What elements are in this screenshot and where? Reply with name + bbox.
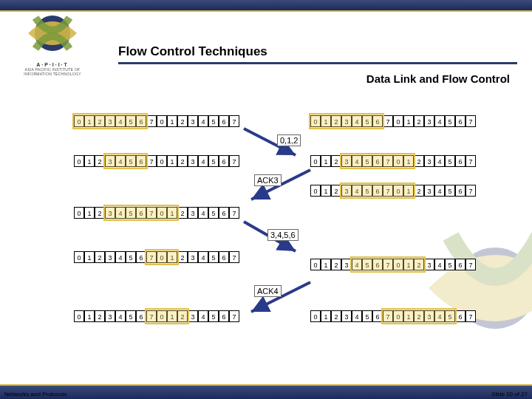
seq-cell: 0 [157, 155, 167, 167]
sender-window-5 [145, 308, 189, 324]
seq-cell: 2 [331, 259, 341, 270]
receiver-window-2b [340, 183, 415, 199]
sender-window-1 [72, 113, 148, 129]
seq-cell: 5 [445, 155, 455, 167]
seq-cell: 1 [403, 115, 414, 127]
label-send-012: 0,1,2 [277, 134, 301, 146]
seq-cell: 7 [229, 155, 239, 167]
seq-cell: 3 [188, 155, 198, 167]
seq-cell: 7 [229, 115, 239, 127]
seq-cell: 6 [455, 155, 466, 167]
seq-cell: 7 [383, 115, 393, 127]
seq-cell: 7 [146, 155, 157, 167]
seq-cell: 2 [414, 115, 424, 127]
seq-cell: 5 [362, 310, 372, 322]
seq-cell: 1 [167, 155, 177, 167]
title-underline [118, 62, 517, 64]
seq-cell: 6 [455, 310, 466, 322]
brand-acronym: A·P·I·I·T [4, 62, 100, 67]
sender-window-3 [103, 205, 179, 221]
seq-cell: 6 [219, 207, 229, 219]
seq-cell: 5 [445, 115, 455, 127]
seq-cell: 2 [177, 155, 188, 167]
slide-subtitle: Data Link and Flow Control [366, 72, 510, 85]
seq-cell: 1 [321, 185, 331, 197]
seq-cell: 2 [177, 207, 188, 219]
sender-window-4 [145, 249, 179, 265]
seq-cell: 7 [229, 251, 239, 263]
sender-strip-2: 0123456701234567 [74, 155, 239, 167]
seq-cell: 0 [74, 310, 84, 322]
seq-cell: 6 [219, 251, 229, 263]
seq-cell: 7 [466, 115, 476, 127]
seq-cell: 2 [95, 251, 105, 263]
seq-cell: 0 [310, 185, 321, 197]
seq-cell: 4 [198, 251, 208, 263]
footer-right-prefix: Slide [491, 391, 506, 398]
seq-cell: 6 [219, 115, 229, 127]
seq-cell: 4 [198, 115, 208, 127]
seq-cell: 1 [321, 259, 331, 270]
seq-cell: 3 [424, 185, 434, 197]
seq-cell: 0 [74, 155, 84, 167]
seq-cell: 5 [208, 251, 219, 263]
seq-cell: 5 [445, 259, 455, 270]
footer-left: Networks and Protocols [4, 391, 66, 398]
seq-cell: 3 [105, 310, 115, 322]
seq-cell: 0 [310, 155, 321, 167]
seq-cell: 5 [126, 251, 136, 263]
label-ack3: ACK3 [254, 174, 282, 186]
seq-cell: 3 [188, 251, 198, 263]
seq-cell: 4 [434, 155, 445, 167]
seq-cell: 5 [208, 310, 219, 322]
footer-right: Slide 10 of 27 [491, 391, 528, 398]
seq-cell: 4 [198, 155, 208, 167]
seq-cell: 0 [74, 207, 84, 219]
seq-cell: 7 [229, 310, 239, 322]
seq-cell: 4 [352, 310, 362, 322]
seq-cell: 6 [455, 115, 466, 127]
label-send-3456: 3,4,5,6 [267, 229, 299, 241]
seq-cell: 3 [105, 251, 115, 263]
seq-cell: 7 [466, 185, 476, 197]
bottom-accent-bar [0, 384, 532, 399]
seq-cell: 5 [208, 207, 219, 219]
seq-cell: 5 [208, 115, 219, 127]
brand-logo-block: A·P·I·I·T ASIA PACIFIC INSTITUTE OF INFO… [4, 6, 100, 76]
seq-cell: 4 [115, 310, 126, 322]
seq-cell: 2 [414, 155, 424, 167]
seq-cell: 2 [331, 310, 341, 322]
seq-cell: 3 [188, 310, 198, 322]
sender-window-2 [103, 153, 148, 169]
seq-cell: 3 [424, 155, 434, 167]
globe-logo-icon [21, 6, 84, 61]
receiver-window-3 [350, 256, 426, 273]
seq-cell: 3 [424, 115, 434, 127]
seq-cell: 7 [466, 259, 476, 270]
footer-page-num: 10 [506, 391, 513, 398]
seq-cell: 6 [219, 155, 229, 167]
seq-cell: 4 [434, 259, 445, 270]
seq-cell: 4 [434, 115, 445, 127]
label-ack4: ACK4 [254, 285, 282, 297]
seq-cell: 2 [177, 115, 188, 127]
brand-tagline-2: INFORMATION TECHNOLOGY [4, 72, 100, 76]
seq-cell: 2 [177, 251, 188, 263]
seq-cell: 6 [455, 185, 466, 197]
seq-cell: 7 [466, 310, 476, 322]
seq-cell: 3 [341, 310, 352, 322]
seq-cell: 1 [84, 207, 95, 219]
seq-cell: 5 [208, 155, 219, 167]
seq-cell: 1 [84, 155, 95, 167]
seq-cell: 4 [434, 185, 445, 197]
footer-right-of: of 27 [513, 391, 528, 398]
seq-cell: 3 [424, 259, 434, 270]
seq-cell: 4 [198, 207, 208, 219]
seq-cell: 0 [74, 251, 84, 263]
seq-cell: 7 [466, 155, 476, 167]
seq-cell: 1 [84, 310, 95, 322]
seq-cell: 2 [414, 185, 424, 197]
seq-cell: 6 [455, 259, 466, 270]
seq-cell: 1 [321, 155, 331, 167]
seq-cell: 5 [445, 185, 455, 197]
